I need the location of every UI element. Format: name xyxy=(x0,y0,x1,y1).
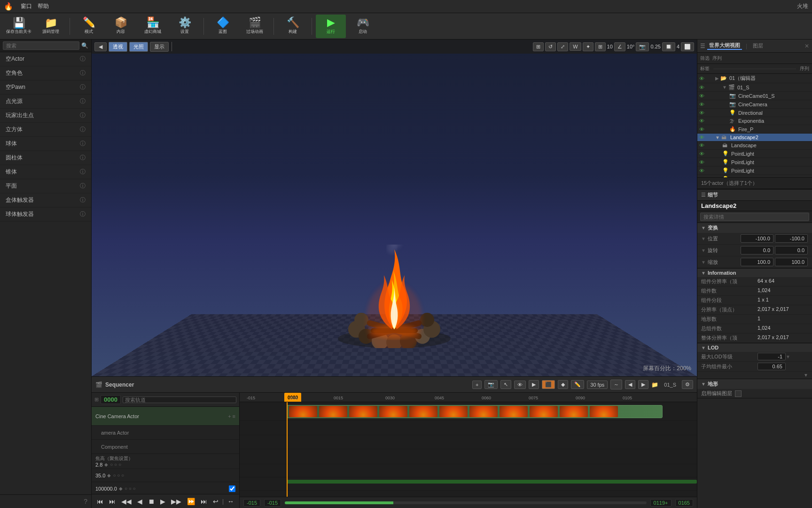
seq-prev-btn[interactable]: ◀ xyxy=(625,380,635,389)
seq-progress-bar-container[interactable] xyxy=(285,501,647,504)
track-row[interactable]: 焦高（聚焦设置） 2.8 ◆ ○ ○ ○ xyxy=(92,454,239,469)
vp-scale-btn[interactable]: ⤢ xyxy=(557,42,568,51)
rot-y-input[interactable] xyxy=(775,246,808,254)
transport-stepback-btn[interactable]: ◀◀ xyxy=(119,497,133,506)
vp-grid-btn[interactable]: ⊞ xyxy=(595,42,606,51)
transport-start-btn[interactable]: ⏮ xyxy=(95,497,105,506)
seq-record-btn[interactable]: ⬛ xyxy=(542,380,555,389)
list-item[interactable]: 空Pawn ⓘ xyxy=(0,80,91,95)
track-row[interactable]: Cine Camera Actor + ≡ xyxy=(92,407,239,426)
track-add-icon[interactable]: + xyxy=(228,413,231,419)
layers-tab[interactable]: 图层 xyxy=(751,42,765,49)
list-item[interactable]: 圆柱体 ⓘ xyxy=(0,151,91,165)
play-button[interactable]: ▶ 运行 xyxy=(316,15,346,38)
seq-search-input[interactable] xyxy=(125,397,234,403)
save-button[interactable]: 💾 保存当前关卡 xyxy=(4,15,34,38)
transport-fwd-btn[interactable]: ▶▶ xyxy=(169,497,183,506)
lod-header[interactable]: ▼ LOD xyxy=(697,343,812,352)
seq-play-btn[interactable]: ▶ xyxy=(529,380,539,389)
tree-item-cinecamera[interactable]: 👁 📷 CineCamera xyxy=(697,100,812,109)
terrain-checkbox[interactable] xyxy=(735,390,742,397)
transport-prev-btn[interactable]: ⏭ xyxy=(107,497,117,506)
outliner-close-btn[interactable]: ✕ xyxy=(804,43,809,49)
content-button[interactable]: 📦 内容 xyxy=(106,15,136,38)
tree-item-exponentia[interactable]: 👁 🌫 Exponentia xyxy=(697,117,812,125)
seq-key-btn[interactable]: ◆ xyxy=(558,380,568,389)
vp-restore-btn[interactable]: ⬜ xyxy=(681,42,694,51)
vp-rotate-btn[interactable]: ↺ xyxy=(545,42,556,51)
track-row[interactable]: 35.0 ◆ ○ ○ ○ xyxy=(92,469,239,482)
tree-item-cinecame[interactable]: 👁 📷 CineCame01_S xyxy=(697,92,812,100)
vp-translate-btn[interactable]: ⊞ xyxy=(533,42,544,51)
tree-item-landscape[interactable]: 👁 🏔 Landscape xyxy=(697,142,812,150)
track-row[interactable]: amera Actor xyxy=(92,426,239,440)
transport-extra-btn[interactable]: ↔ xyxy=(226,497,236,506)
seq-pencil-btn[interactable]: ✏️ xyxy=(571,380,584,389)
vp-lighting-button[interactable]: 光照 xyxy=(129,42,148,52)
left-search-input[interactable] xyxy=(3,41,79,50)
vp-angle-btn[interactable]: ∠ xyxy=(614,42,625,51)
tree-item-directional[interactable]: 👁 💡 Directional xyxy=(697,109,812,117)
seq-add-btn[interactable]: + xyxy=(472,381,482,389)
seq-clip[interactable] xyxy=(287,405,663,418)
tree-item-pointlight3[interactable]: 👁 💡 PointLight xyxy=(697,167,812,175)
mode-button[interactable]: ✏️ 模式 xyxy=(74,15,104,38)
lod-scroll-down[interactable]: ▼ xyxy=(804,373,808,378)
source-control-button[interactable]: 📁 源码管理 xyxy=(36,15,66,38)
vp-zoom-btn[interactable]: 🔲 xyxy=(662,42,675,51)
transport-stop-btn[interactable]: ⏹ xyxy=(146,497,156,506)
seq-curve-btn[interactable]: ～ xyxy=(610,380,622,389)
tree-item-fire[interactable]: 👁 🔥 Fire_P xyxy=(697,125,812,134)
transport-stepfwd-btn[interactable]: ⏩ xyxy=(185,497,197,506)
transport-end-btn[interactable]: ⏭ xyxy=(199,497,209,506)
track-row[interactable]: Component xyxy=(92,440,239,454)
vp-display-button[interactable]: 显示 xyxy=(150,42,169,52)
lod-max-input[interactable] xyxy=(757,353,786,360)
menu-help[interactable]: 帮助 xyxy=(38,2,49,10)
rot-x-input[interactable] xyxy=(741,246,773,254)
transport-loop-btn[interactable]: ↩ xyxy=(211,497,220,506)
track-row[interactable]: 100000.0 ◆ ○ ○ ○ xyxy=(92,482,239,494)
track-add-key-btn3[interactable]: ◆ xyxy=(119,486,123,491)
scale-x-input[interactable] xyxy=(741,258,773,266)
menu-window[interactable]: 窗口 xyxy=(21,2,32,10)
track-add-key-btn2[interactable]: ◆ xyxy=(107,473,111,478)
list-item[interactable]: 球体 ⓘ xyxy=(0,137,91,151)
vp-back-button[interactable]: ◀ xyxy=(94,42,107,51)
list-item[interactable]: 盒体触发器 ⓘ xyxy=(0,193,91,207)
lod-dropdown-icon[interactable]: ▼ xyxy=(786,354,790,359)
tree-item-editor[interactable]: 👁 ▶ 📂 01（编辑器 xyxy=(697,74,812,83)
track-add-key-btn[interactable]: ◆ xyxy=(104,462,108,467)
list-item[interactable]: 平面 ⓘ xyxy=(0,179,91,193)
scale-y-input[interactable] xyxy=(775,258,808,266)
build-button[interactable]: 🔨 构建 xyxy=(278,15,308,38)
tree-item-pointlight2[interactable]: 👁 💡 PointLight xyxy=(697,158,812,167)
list-item[interactable]: 点光源 ⓘ xyxy=(0,95,91,109)
help-icon[interactable]: ? xyxy=(84,498,87,505)
seq-fps[interactable]: 30 fps xyxy=(587,381,608,389)
list-item[interactable]: 锥体 ⓘ xyxy=(0,165,91,179)
pos-y-input[interactable] xyxy=(775,234,808,243)
launch-button[interactable]: 🎮 启动 xyxy=(348,15,378,38)
info-header[interactable]: ▼ Information xyxy=(697,269,812,277)
pos-x-input[interactable] xyxy=(741,234,773,243)
list-item[interactable]: 玩家出生点 ⓘ xyxy=(0,109,91,123)
seq-timeline[interactable] xyxy=(240,402,697,497)
outliner-tab[interactable]: 世界大纲视图 xyxy=(707,42,742,50)
vp-mode-btn[interactable]: W xyxy=(570,42,581,51)
terrain-header[interactable]: ▼ 地形 xyxy=(697,379,812,389)
track-menu-icon[interactable]: ≡ xyxy=(233,413,235,419)
details-search-input[interactable] xyxy=(700,213,809,221)
settings-button[interactable]: ⚙️ 设置 xyxy=(170,15,200,38)
transform-header[interactable]: ▼ 变换 xyxy=(697,223,812,233)
seq-cursor-btn[interactable]: ↖ xyxy=(500,380,511,389)
tree-item-01s[interactable]: 👁 ▼ 🎬 01_S xyxy=(697,83,812,92)
seq-eye-btn[interactable]: 👁 xyxy=(514,381,526,389)
viewport[interactable]: ◀ 透视 光照 显示 ⊞ ↺ ⤢ W ✦ ⊞ 10 ∠ 10° 📷 0.25 xyxy=(92,40,697,376)
marketplace-button[interactable]: 🏪 虚幻商城 xyxy=(138,15,168,38)
seq-next-btn[interactable]: ▶ xyxy=(638,380,648,389)
vp-camera-btn[interactable]: 📷 xyxy=(636,42,649,51)
list-item[interactable]: 空角色 ⓘ xyxy=(0,66,91,80)
vp-mode2-btn[interactable]: ✦ xyxy=(583,42,593,51)
tree-item-landscape2[interactable]: 👁 ▼ 🏔 Landscape2 xyxy=(697,134,812,142)
